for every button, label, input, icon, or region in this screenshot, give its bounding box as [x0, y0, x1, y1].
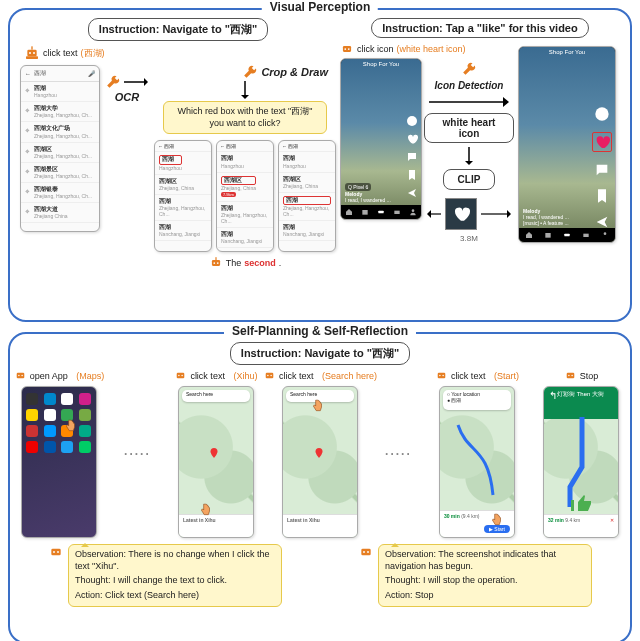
- comment-icon[interactable]: [406, 151, 418, 163]
- svg-rect-31: [564, 234, 569, 237]
- nav-bottom[interactable]: 32 min 9.4 km ✕: [544, 514, 618, 537]
- inbox-icon[interactable]: [582, 231, 590, 239]
- heart-icon[interactable]: [406, 133, 418, 145]
- back-arrow-icon[interactable]: ←: [25, 71, 31, 77]
- svg-point-44: [439, 375, 441, 377]
- app-icon[interactable]: [79, 425, 91, 437]
- mic-icon[interactable]: 🎤: [88, 70, 95, 77]
- svg-rect-43: [438, 373, 446, 378]
- panel-title-perception: Visual Perception: [262, 0, 378, 14]
- pointer-icon: [311, 399, 325, 413]
- shop-icon[interactable]: [544, 231, 552, 239]
- svg-point-20: [412, 209, 415, 212]
- list-item[interactable]: ⌖西湖区Zhejiang, Hangzhou, Ch...: [21, 143, 99, 163]
- plus-icon[interactable]: [377, 208, 385, 216]
- svg-point-50: [53, 551, 55, 553]
- robot-icon: [209, 256, 223, 270]
- list-item[interactable]: ⌖西湖大道Zhejiang China: [21, 203, 99, 223]
- close-nav-icon[interactable]: ✕: [610, 517, 614, 523]
- comment-icon[interactable]: [594, 162, 610, 178]
- map-bottom-sheet[interactable]: Latest in Xihu: [283, 514, 357, 537]
- phone-tiktok-after: Shop For You Melody I read, I wandered .…: [518, 46, 616, 243]
- list-item[interactable]: ⌖西湖大学Zhejiang, Hangzhou, Ch...: [21, 102, 99, 122]
- svg-point-16: [407, 116, 417, 126]
- list-item[interactable]: ⌖西湖银泰Zhejiang, Hangzhou, Ch...: [21, 183, 99, 203]
- app-icon[interactable]: [26, 425, 38, 437]
- robot-icon: [358, 544, 374, 560]
- arrow-down-icon: [240, 81, 250, 99]
- ellipsis: ·····: [124, 447, 151, 461]
- svg-point-47: [568, 375, 570, 377]
- inbox-icon[interactable]: [393, 208, 401, 216]
- bookmark-icon[interactable]: [406, 169, 418, 181]
- app-icon[interactable]: [44, 425, 56, 437]
- svg-rect-18: [378, 211, 383, 214]
- svg-rect-4: [26, 56, 38, 59]
- instruction-box-right: Instruction: Tap a "like" for this video: [371, 18, 588, 38]
- robot-action-text: click text: [43, 48, 78, 58]
- svg-rect-49: [51, 549, 60, 556]
- svg-rect-34: [16, 373, 24, 378]
- route-header: ○ Your location ● 西湖: [443, 390, 511, 410]
- svg-rect-46: [566, 373, 574, 378]
- svg-point-14: [344, 48, 346, 50]
- reflection-box-2: Observation: The screenshot indicates th…: [378, 544, 592, 607]
- profile-icon[interactable]: [409, 208, 417, 216]
- phone-map-1: Search here Latest in Xihu: [178, 386, 254, 538]
- app-icon[interactable]: [44, 393, 56, 405]
- map-search-bar[interactable]: Search here: [182, 390, 250, 402]
- avatar-icon[interactable]: [594, 106, 610, 122]
- profile-icon[interactable]: [601, 231, 609, 239]
- thumbs-up-icon: [569, 491, 593, 515]
- arrow-right-long-icon: [429, 95, 509, 109]
- robot-answer: The second.: [209, 256, 282, 270]
- bookmark-icon[interactable]: [594, 188, 610, 204]
- location-pin-icon: [208, 447, 220, 459]
- svg-marker-28: [507, 210, 511, 218]
- list-item[interactable]: ⌖西湖文化广场Zhejiang, Hangzhou, Ch...: [21, 122, 99, 142]
- heart-icon: [452, 205, 470, 223]
- home-icon[interactable]: [525, 231, 533, 239]
- app-icon[interactable]: [61, 393, 73, 405]
- svg-point-45: [442, 375, 444, 377]
- shop-icon[interactable]: [361, 208, 369, 216]
- avatar-icon[interactable]: [406, 115, 418, 127]
- robot-icon: [263, 369, 276, 382]
- robot-step-2: click text (Xihu): [174, 369, 257, 382]
- app-icon[interactable]: [79, 409, 91, 421]
- map-bottom-sheet[interactable]: Latest in Xihu: [179, 514, 253, 537]
- visual-perception-panel: Visual Perception Instruction: Navigate …: [8, 8, 632, 322]
- app-icon[interactable]: [79, 393, 91, 405]
- list-item[interactable]: ⌖西湖Hangzhou: [21, 82, 99, 102]
- app-icon[interactable]: [26, 393, 38, 405]
- app-icon[interactable]: [44, 441, 56, 453]
- svg-rect-30: [545, 233, 550, 238]
- app-icon[interactable]: [26, 441, 38, 453]
- svg-point-54: [367, 551, 369, 553]
- svg-rect-9: [212, 260, 220, 266]
- robot-icon: [340, 42, 354, 56]
- svg-rect-17: [362, 210, 367, 215]
- panel-title-planning: Self-Planning & Self-Reflection: [224, 324, 416, 338]
- share-icon[interactable]: [406, 187, 418, 199]
- app-icon[interactable]: [26, 409, 38, 421]
- phone-tiktok-before: Shop For You Q Pixel 6 Melody I read, I: [340, 58, 422, 220]
- app-icon[interactable]: [44, 409, 56, 421]
- pointer-icon: [64, 419, 78, 433]
- app-icon[interactable]: [79, 441, 91, 453]
- plus-icon[interactable]: [563, 231, 571, 239]
- list-item: 西湖Nanchang, Jiangxi: [155, 221, 211, 241]
- app-icon[interactable]: [61, 441, 73, 453]
- nav-banner: ↰ 灯彩街 Then 大街: [544, 387, 618, 419]
- svg-point-10: [213, 263, 215, 265]
- liked-count: 3.8M: [460, 234, 478, 243]
- heart-icon[interactable]: [592, 132, 612, 152]
- svg-rect-37: [177, 373, 185, 378]
- home-icon[interactable]: [345, 208, 353, 216]
- perception-right: Instruction: Tap a "like" for this video…: [340, 18, 620, 310]
- list-item[interactable]: ⌖西湖景区Zhejiang, Hangzhou, Ch...: [21, 163, 99, 183]
- svg-rect-19: [394, 211, 399, 214]
- svg-point-51: [57, 551, 59, 553]
- robot-click-text: click text (西湖): [24, 45, 336, 61]
- svg-point-36: [21, 375, 23, 377]
